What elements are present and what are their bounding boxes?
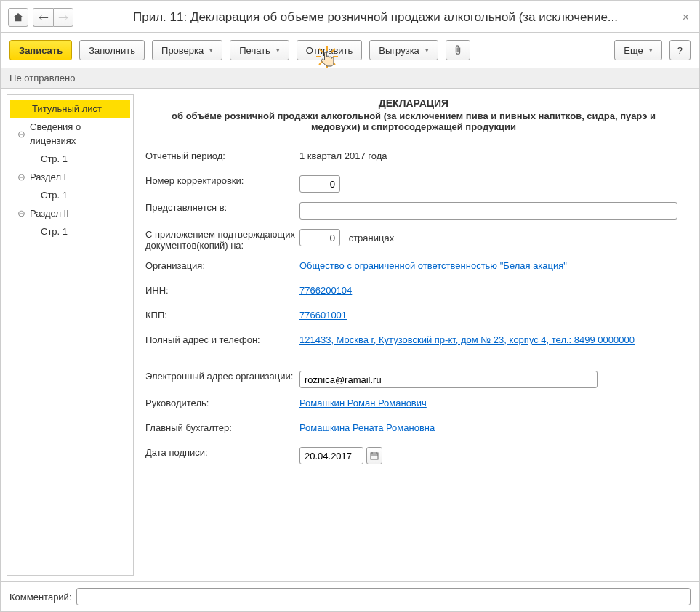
toolbar: Записать Заполнить Проверка▾ Печать▾ Отп…	[1, 33, 699, 68]
forward-button[interactable]: 🡒	[53, 8, 73, 27]
org-link[interactable]: Общество с ограниченной ответственностью…	[299, 260, 567, 271]
help-button[interactable]: ?	[669, 40, 691, 60]
sidebar-item-title-page[interactable]: Титульный лист	[10, 100, 130, 118]
footer: Комментарий:	[1, 581, 699, 611]
body: Титульный лист ⊖ Сведения о лицензиях Ст…	[1, 89, 699, 581]
check-button-label: Проверка	[161, 45, 204, 56]
tree-label: Стр. 1	[41, 225, 68, 238]
submit-to-input[interactable]	[299, 202, 677, 220]
sidebar-item-section2[interactable]: ⊖ Раздел II	[10, 204, 130, 222]
attach-input[interactable]	[299, 229, 340, 246]
window-title: Прил. 11: Декларация об объеме розничной…	[133, 10, 680, 25]
titlebar: 🡐 🡒 Прил. 11: Декларация об объеме розни…	[1, 1, 699, 33]
email-label: Электронный адрес организации:	[145, 369, 299, 382]
print-button[interactable]: Печать▾	[230, 40, 289, 60]
tree-label: Раздел II	[30, 206, 69, 220]
send-button[interactable]: Отправить	[297, 40, 362, 60]
sidebar-item-section1[interactable]: ⊖ Раздел I	[10, 168, 130, 186]
head-link[interactable]: Ромашкин Роман Романович	[299, 398, 427, 408]
svg-rect-8	[371, 453, 378, 459]
svg-line-7	[319, 61, 323, 65]
period-value: 1 квартал 2017 года	[299, 148, 682, 161]
print-button-label: Печать	[239, 45, 270, 56]
doc-subheading: об объёме розничной продажи алкогольной …	[145, 110, 682, 132]
sign-date-input[interactable]	[299, 447, 363, 464]
export-button[interactable]: Выгрузка▾	[369, 40, 438, 60]
tree-label: Стр. 1	[41, 188, 68, 202]
inn-link[interactable]: 7766200104	[299, 285, 352, 296]
comment-input[interactable]	[76, 588, 691, 605]
arrow-right-icon: 🡒	[58, 12, 68, 23]
caret-down-icon: ▾	[425, 47, 429, 54]
fill-button[interactable]: Заполнить	[79, 40, 145, 60]
attach-label: С приложением подтверждающих документов(…	[145, 227, 299, 251]
back-button[interactable]: 🡐	[33, 8, 53, 27]
sidebar-item-section2-page1[interactable]: Стр. 1	[10, 222, 130, 241]
tree-collapse-icon[interactable]: ⊖	[17, 209, 25, 217]
inn-label: ИНН:	[145, 283, 299, 296]
app-window: 🡐 🡒 Прил. 11: Декларация об объеме розни…	[0, 0, 700, 612]
close-button[interactable]: ×	[680, 11, 692, 24]
tree-label: Стр. 1	[41, 152, 68, 166]
arrow-left-icon: 🡐	[39, 12, 49, 23]
sidebar: Титульный лист ⊖ Сведения о лицензиях Ст…	[7, 94, 134, 576]
tree-label: Титульный лист	[32, 102, 102, 116]
correction-input[interactable]	[299, 175, 340, 193]
kpp-label: КПП:	[145, 307, 299, 321]
caret-down-icon: ▾	[649, 47, 653, 54]
calendar-button[interactable]	[366, 447, 382, 464]
kpp-link[interactable]: 776601001	[299, 310, 347, 321]
addr-link[interactable]: 121433, Москва г, Кутузовский пр-кт, дом…	[299, 334, 635, 345]
tree-collapse-icon[interactable]: ⊖	[17, 173, 25, 181]
submit-to-label: Представляется в:	[145, 200, 299, 213]
more-button[interactable]: Еще▾	[614, 40, 661, 60]
content: ДЕКЛАРАЦИЯ об объёме розничной продажи а…	[134, 89, 699, 581]
check-button[interactable]: Проверка▾	[152, 40, 222, 60]
correction-label: Номер корректировки:	[145, 173, 299, 186]
caret-down-icon: ▾	[209, 47, 213, 54]
email-input[interactable]	[299, 371, 598, 388]
accountant-label: Главный бухгалтер:	[145, 420, 299, 433]
calendar-icon	[370, 451, 379, 460]
home-button[interactable]	[8, 8, 28, 27]
sidebar-item-licenses[interactable]: ⊖ Сведения о лицензиях	[10, 118, 130, 150]
caret-down-icon: ▾	[276, 47, 280, 54]
sidebar-item-section1-page1[interactable]: Стр. 1	[10, 186, 130, 204]
paperclip-icon	[454, 45, 462, 55]
head-label: Руководитель:	[145, 395, 299, 408]
tree-collapse-icon[interactable]: ⊖	[17, 130, 25, 138]
tree-label: Раздел I	[30, 170, 66, 184]
sidebar-item-licenses-page1[interactable]: Стр. 1	[10, 150, 130, 168]
home-icon	[13, 12, 23, 23]
accountant-link[interactable]: Ромашкина Рената Романовна	[299, 422, 435, 433]
svg-line-5	[331, 61, 335, 65]
attach-suffix: страницах	[349, 233, 395, 243]
close-icon: ×	[683, 11, 689, 23]
status-bar: Не отправлено	[1, 68, 699, 89]
addr-label: Полный адрес и телефон:	[145, 332, 299, 345]
doc-heading: ДЕКЛАРАЦИЯ	[145, 97, 682, 109]
org-label: Организация:	[145, 258, 299, 271]
more-button-label: Еще	[624, 45, 643, 56]
tree-label: Сведения о лицензиях	[30, 120, 110, 148]
attach-button[interactable]	[446, 40, 470, 60]
sign-date-label: Дата подписи:	[145, 445, 299, 458]
comment-label: Комментарий:	[9, 592, 72, 603]
export-button-label: Выгрузка	[379, 45, 419, 56]
save-button[interactable]: Записать	[9, 40, 72, 60]
period-label: Отчетный период:	[145, 148, 299, 161]
